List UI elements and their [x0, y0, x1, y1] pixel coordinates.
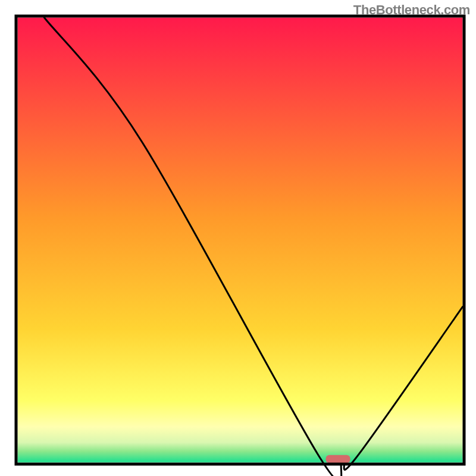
plot-area — [16, 16, 464, 476]
watermark-text: TheBottleneck.com — [353, 2, 470, 18]
chart-svg — [0, 0, 476, 476]
chart-container: TheBottleneck.com — [0, 0, 476, 476]
gradient-background — [18, 18, 463, 463]
highlight-marker — [325, 455, 350, 463]
